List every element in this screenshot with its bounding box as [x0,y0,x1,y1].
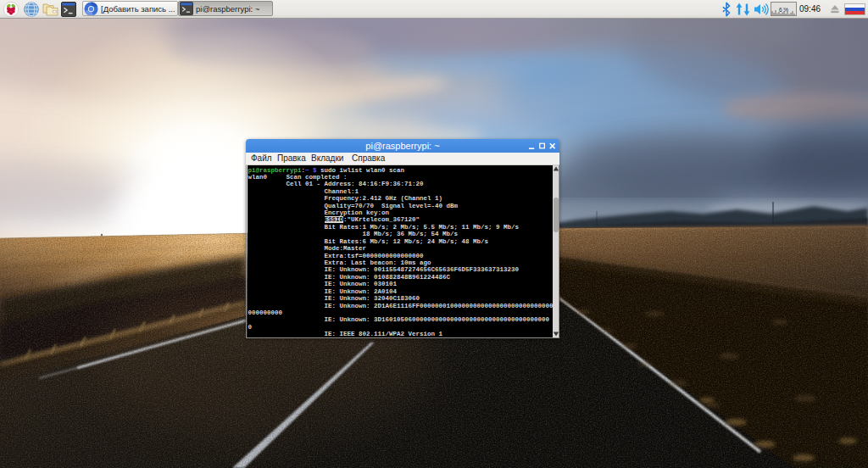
svg-text:6 %: 6 % [779,7,788,13]
